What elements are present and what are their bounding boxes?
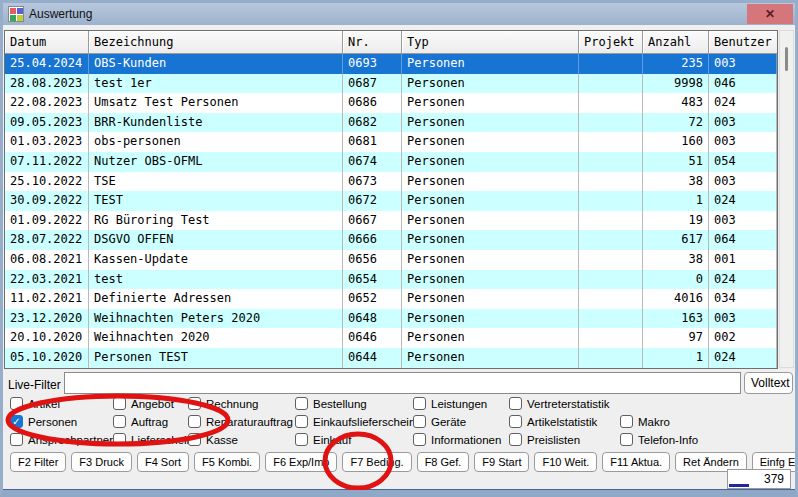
titlebar[interactable]: Auswertung ✕	[3, 3, 795, 25]
checkbox-einkauf[interactable]	[295, 433, 308, 446]
checkbox-preislisten[interactable]	[509, 433, 522, 446]
record-count: 379	[727, 469, 791, 489]
checkbox-item-lieferschein[interactable]: Lieferschein	[113, 432, 193, 447]
table-row[interactable]: 09.05.2023BRR-Kundenliste0682Personen720…	[5, 113, 777, 133]
checkbox-item-kasse[interactable]: Kasse	[188, 432, 238, 447]
checkbox-informationen[interactable]	[413, 433, 426, 446]
volltext-button[interactable]: Volltext	[744, 372, 793, 394]
checkbox-artikelstatistik[interactable]	[509, 415, 522, 428]
checkbox-geraete[interactable]	[413, 415, 426, 428]
cell-bezeichnung: Weihnachten Peters 2020	[89, 309, 343, 329]
column-header-benutzer[interactable]: Benutzer	[709, 31, 777, 54]
checkbox-bestellung[interactable]	[295, 397, 308, 410]
checkbox-item-reparaturauftrag[interactable]: Reparaturauftrag	[188, 414, 293, 429]
table-scrollbar[interactable]	[779, 30, 794, 368]
column-header-anzahl[interactable]: Anzahl	[643, 31, 709, 54]
checkbox-item-telefon-info[interactable]: Telefon-Info	[620, 432, 698, 447]
column-header-datum[interactable]: Datum	[5, 31, 89, 54]
f8-gef-button[interactable]: F8 Gef.	[417, 452, 470, 472]
checkbox-makro[interactable]	[620, 415, 633, 428]
table-row[interactable]: 01.09.2022RG Büroring Test0667Personen19…	[5, 211, 777, 231]
table-row[interactable]: 23.12.2020Weihnachten Peters 20200648Per…	[5, 309, 777, 329]
checkbox-item-vertreterstatistik[interactable]: Vertreterstatistik	[509, 396, 609, 411]
f2-filter-button[interactable]: F2 Filter	[10, 452, 66, 472]
cell-typ: Personen	[402, 54, 579, 74]
checkbox-einkaufslieferschein[interactable]	[295, 415, 308, 428]
checkbox-item-rechnung[interactable]: Rechnung	[188, 396, 258, 411]
cell-datum: 25.04.2024	[5, 54, 89, 74]
column-header-typ[interactable]: Typ	[402, 31, 579, 54]
cell-typ: Personen	[402, 113, 579, 133]
cell-nr: 0673	[343, 172, 402, 192]
table-row[interactable]: 25.10.2022TSE0673Personen38003	[5, 172, 777, 192]
close-button[interactable]: ✕	[747, 4, 793, 24]
checkbox-item-angebot[interactable]: Angebot	[113, 396, 174, 411]
table-row[interactable]: 30.09.2022TEST0672Personen1024	[5, 191, 777, 211]
app-icon	[8, 6, 24, 22]
table-row[interactable]: 07.11.2022Nutzer OBS-OFML0674Personen510…	[5, 152, 777, 172]
column-header-nr[interactable]: Nr.	[343, 31, 402, 54]
checkbox-lieferschein[interactable]	[113, 433, 126, 446]
table-row[interactable]: 05.10.2020Personen TEST0644Personen1024	[5, 348, 777, 368]
cell-typ: Personen	[402, 172, 579, 192]
checkbox-reparaturauftrag[interactable]	[188, 415, 201, 428]
cell-bezeichnung: DSGVO OFFEN	[89, 230, 343, 250]
checkbox-ansprechpartner[interactable]	[10, 433, 23, 446]
table-row[interactable]: 28.08.2023test 1er0687Personen9998046	[5, 74, 777, 94]
cell-benutzer: 001	[709, 250, 777, 270]
checkbox-item-leistungen[interactable]: Leistungen	[413, 396, 487, 411]
f11-aktua-button[interactable]: F11 Aktua.	[602, 452, 670, 472]
cell-datum: 05.10.2020	[5, 348, 89, 368]
table-row[interactable]: 20.10.2020Weihnachten 20200646Personen97…	[5, 328, 777, 348]
checkbox-telefon-info[interactable]	[620, 433, 633, 446]
cell-datum: 22.03.2021	[5, 270, 89, 290]
checkbox-item-informationen[interactable]: Informationen	[413, 432, 501, 447]
cell-nr: 0682	[343, 113, 402, 133]
checkbox-auftrag[interactable]	[113, 415, 126, 428]
checkbox-item-makro[interactable]: Makro	[620, 414, 670, 429]
table-row[interactable]: 11.02.2021Definierte Adressen0652Persone…	[5, 289, 777, 309]
f10-weit-button[interactable]: F10 Weit.	[534, 452, 597, 472]
column-header-projekt[interactable]: Projekt	[579, 31, 643, 54]
f7-beding-button[interactable]: F7 Beding.	[342, 452, 411, 472]
checkbox-personen[interactable]	[10, 415, 23, 428]
f4-sort-button[interactable]: F4 Sort	[137, 452, 189, 472]
table-row[interactable]: 22.08.2023Umsatz Test Personen0686Person…	[5, 93, 777, 113]
checkbox-item-geraete[interactable]: Geräte	[413, 414, 466, 429]
cell-typ: Personen	[402, 132, 579, 152]
checkbox-vertreterstatistik[interactable]	[509, 397, 522, 410]
checkbox-leistungen[interactable]	[413, 397, 426, 410]
checkbox-item-personen[interactable]: Personen	[10, 414, 77, 429]
cell-datum: 25.10.2022	[5, 172, 89, 192]
f3-druck-button[interactable]: F3 Druck	[71, 452, 132, 472]
table-row[interactable]: 25.04.2024OBS-Kunden0693Personen235003	[5, 54, 777, 74]
checkbox-item-preislisten[interactable]: Preislisten	[509, 432, 580, 447]
cell-nr: 0648	[343, 309, 402, 329]
cell-typ: Personen	[402, 328, 579, 348]
f5-kombi-button[interactable]: F5 Kombi.	[194, 452, 260, 472]
scrollbar-thumb[interactable]	[785, 47, 788, 71]
table-row[interactable]: 01.03.2023obs-personen0681Personen160003	[5, 132, 777, 152]
checkbox-kasse[interactable]	[188, 433, 201, 446]
checkbox-item-einkauf[interactable]: Einkauf	[295, 432, 351, 447]
checkbox-item-bestellung[interactable]: Bestellung	[295, 396, 367, 411]
checkbox-artikel[interactable]	[10, 397, 23, 410]
checkbox-item-artikel[interactable]: Artikel	[10, 396, 60, 411]
f9-start-button[interactable]: F9 Start	[474, 452, 529, 472]
cell-anzahl: 483	[643, 93, 709, 113]
checkbox-item-artikelstatistik[interactable]: Artikelstatistik	[509, 414, 597, 429]
table-row[interactable]: 28.07.2022DSGVO OFFEN0666Personen617064	[5, 230, 777, 250]
column-header-bezeichnung[interactable]: Bezeichnung	[89, 31, 343, 54]
table-row[interactable]: 22.03.2021test0654Personen0024	[5, 270, 777, 290]
cell-nr: 0646	[343, 328, 402, 348]
checkbox-angebot[interactable]	[113, 397, 126, 410]
live-filter-input[interactable]	[64, 372, 741, 394]
table-row[interactable]: 06.08.2021Kassen-Update0656Personen38001	[5, 250, 777, 270]
f6-expimp-button[interactable]: F6 Exp/Imp	[265, 452, 337, 472]
checkbox-item-auftrag[interactable]: Auftrag	[113, 414, 168, 429]
cell-nr: 0693	[343, 54, 402, 74]
checkbox-rechnung[interactable]	[188, 397, 201, 410]
checkbox-item-einkaufslieferschein[interactable]: Einkaufslieferschein	[295, 414, 415, 429]
checkbox-item-ansprechpartner[interactable]: Ansprechpartner	[10, 432, 113, 447]
cell-nr: 0654	[343, 270, 402, 290]
